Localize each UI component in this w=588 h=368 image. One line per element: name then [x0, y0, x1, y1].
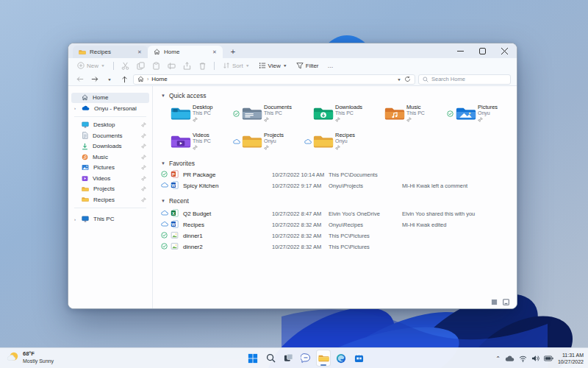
chevron-down-icon[interactable]: ▼ [397, 77, 401, 81]
tab-close-icon[interactable]: ✕ [211, 49, 218, 56]
sidebar-item-home[interactable]: Home [71, 93, 149, 103]
quick-access-tile-downloads[interactable]: Downloads This PC [304, 102, 375, 126]
sidebar-item-this-pc[interactable]: › This PC [71, 214, 149, 224]
chevron-down-icon[interactable]: ▼ [161, 199, 165, 203]
more-options-button[interactable]: … [325, 61, 337, 71]
svg-text:P: P [172, 172, 175, 177]
close-button[interactable] [493, 43, 515, 58]
breadcrumb-item-home[interactable]: Home [151, 76, 167, 82]
section-favorites[interactable]: ▼ Favorites [161, 158, 512, 168]
quick-access-tile-pictures[interactable]: Pictures Onyu [446, 102, 517, 126]
chevron-down-icon[interactable]: ▼ [161, 161, 165, 166]
up-button[interactable] [118, 74, 130, 85]
tile-text: Documents This PC [264, 104, 292, 124]
breadcrumb[interactable]: › Home ▼ [133, 74, 415, 85]
chat-button[interactable] [298, 350, 313, 367]
chevron-right-icon[interactable]: › [74, 217, 76, 222]
tab-close-icon[interactable]: ✕ [136, 49, 143, 56]
search-input[interactable]: Search Home [418, 74, 511, 85]
file-row-recipes[interactable]: W Recipes 10/27/2022 8:32 AM Onyu\Recipe… [161, 219, 512, 230]
quick-access-tile-videos[interactable]: Videos This PC [161, 130, 232, 154]
copy-button[interactable] [135, 60, 147, 71]
store-button[interactable] [351, 350, 366, 367]
sidebar-item-onedrive[interactable]: › Onyu - Personal [71, 104, 149, 114]
search-button[interactable] [263, 350, 278, 367]
file-row-dinner1[interactable]: dinner1 10/27/2022 8:32 AM This PC\Pictu… [161, 230, 512, 241]
pin-icon [141, 133, 146, 138]
file-activity: Mi-Hi Kwak edited [402, 222, 512, 228]
download-icon [82, 143, 88, 150]
wifi-icon[interactable] [519, 355, 527, 362]
sidebar-item-recipes[interactable]: Recipes [71, 195, 149, 205]
pin-icon [478, 117, 483, 122]
pin-icon [335, 117, 340, 122]
tile-name: Pictures [478, 104, 498, 110]
new-button[interactable]: New ▼ [74, 60, 108, 71]
new-tab-button[interactable]: + [227, 46, 239, 57]
sidebar-item-videos[interactable]: Videos [71, 174, 149, 184]
forward-button[interactable] [89, 74, 101, 85]
file-explorer-button[interactable] [316, 350, 331, 367]
file-date: 10/27/2022 8:47 AM [272, 210, 329, 217]
tray-overflow-chevron-icon[interactable]: ⌃ [495, 355, 501, 362]
rename-button[interactable] [165, 60, 178, 71]
cut-button[interactable] [119, 60, 132, 71]
this-pc-icon [82, 216, 89, 222]
quick-access-tile-music[interactable]: Music This PC [375, 102, 446, 126]
view-button[interactable]: View ▼ [256, 60, 290, 71]
view-label: View [268, 63, 281, 69]
back-button[interactable] [74, 74, 86, 85]
section-recent[interactable]: ▼ Recent [161, 196, 512, 205]
section-label: Recent [169, 197, 189, 205]
share-button[interactable] [181, 60, 193, 71]
sidebar-item-downloads[interactable]: Downloads [71, 141, 149, 152]
chevron-right-icon[interactable]: › [74, 106, 76, 110]
delete-button[interactable] [196, 60, 209, 71]
quick-access-tile-desktop[interactable]: Desktop This PC [161, 102, 232, 126]
desktop-folder-icon [171, 106, 191, 121]
quick-access-tile-recipes[interactable]: Recipes Onyu [304, 130, 375, 154]
tab-home[interactable]: Home ✕ [148, 46, 223, 58]
sidebar-item-pictures[interactable]: Pictures [71, 163, 149, 173]
file-date: 10/27/2022 10:14 AM [272, 171, 329, 178]
start-button[interactable] [245, 350, 260, 367]
task-view-button[interactable] [281, 350, 295, 367]
file-row-q2-budget[interactable]: X Q2 Budget 10/27/2022 8:47 AM Elvin Yoo… [161, 208, 512, 219]
quick-access-tile-documents[interactable]: Documents This PC [232, 102, 304, 126]
paste-button[interactable] [150, 60, 162, 71]
section-quick-access[interactable]: ▼ Quick access [161, 91, 512, 100]
clock[interactable]: 11:31 AM 10/27/2022 [558, 352, 584, 365]
sidebar-item-projects[interactable]: Projects [71, 184, 149, 194]
maximize-button[interactable] [471, 43, 493, 58]
onedrive-tray-icon[interactable] [505, 355, 514, 362]
powerpoint-file-icon: P [171, 170, 183, 180]
recent-locations-button[interactable]: ▼ [104, 74, 115, 85]
speaker-icon[interactable] [531, 355, 539, 362]
minimize-button[interactable] [449, 43, 471, 58]
details-view-icon[interactable] [491, 299, 498, 305]
file-row-dinner2[interactable]: dinner2 10/27/2022 8:32 AM This PC\Pictu… [161, 241, 512, 252]
refresh-icon[interactable] [404, 76, 411, 82]
filter-label: Filter [306, 63, 319, 69]
sidebar-item-desktop[interactable]: Desktop [71, 120, 149, 130]
tab-recipes[interactable]: Recipes ✕ [73, 46, 148, 58]
quick-access-tile-projects[interactable]: Projects Onyu [232, 130, 304, 154]
sort-button[interactable]: Sort ▼ [220, 60, 253, 71]
pin-icon [141, 165, 146, 170]
chevron-down-icon[interactable]: ▼ [161, 93, 165, 98]
file-row-spicy-kitchen[interactable]: W Spicy Kitchen 10/27/2022 9:17 AM Onyu\… [161, 180, 512, 191]
sidebar-item-label: Desktop [93, 121, 115, 128]
large-icons-view-icon[interactable] [503, 299, 509, 305]
file-row-pr-package[interactable]: P PR Package 10/27/2022 10:14 AM This PC… [161, 169, 512, 180]
pin-icon [264, 145, 269, 150]
sidebar-item-documents[interactable]: Documents [71, 131, 149, 141]
sync-status-check-icon [161, 171, 171, 179]
edge-button[interactable] [334, 350, 348, 367]
weather-widget[interactable]: 68°F Mostly Sunny [7, 350, 54, 364]
videos-icon [82, 175, 88, 182]
battery-icon[interactable] [544, 355, 553, 361]
file-location: Elvin Yoo's OneDrive [329, 210, 402, 217]
sidebar-item-music[interactable]: Music [71, 152, 149, 163]
filter-button[interactable]: Filter [293, 60, 322, 71]
sort-label: Sort [232, 63, 243, 69]
